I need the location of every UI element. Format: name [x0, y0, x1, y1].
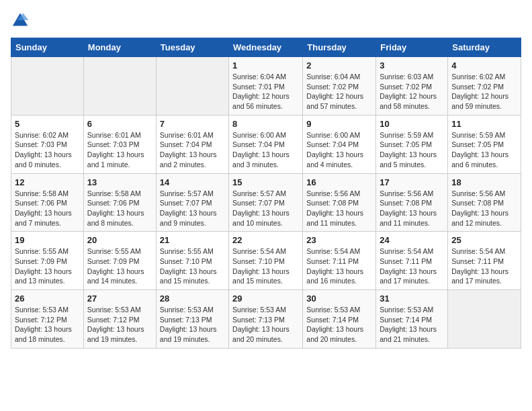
day-info: Sunrise: 6:02 AMSunset: 7:02 PMDaylight:…: [451, 72, 517, 111]
day-number: 31: [380, 293, 444, 304]
day-number: 16: [306, 177, 372, 187]
calendar-cell: 11Sunrise: 5:59 AMSunset: 7:05 PMDayligh…: [448, 115, 521, 173]
day-number: 27: [87, 293, 152, 304]
col-header-saturday: Saturday: [448, 38, 521, 57]
day-info: Sunrise: 5:58 AMSunset: 7:06 PMDaylight:…: [15, 189, 80, 228]
day-number: 10: [380, 119, 444, 129]
day-info: Sunrise: 5:58 AMSunset: 7:06 PMDaylight:…: [87, 189, 152, 228]
day-number: 7: [160, 119, 225, 129]
calendar-header-row: SundayMondayTuesdayWednesdayThursdayFrid…: [11, 38, 521, 57]
day-number: 4: [451, 60, 517, 71]
day-number: 29: [232, 293, 299, 304]
day-info: Sunrise: 5:55 AMSunset: 7:10 PMDaylight:…: [160, 246, 225, 286]
col-header-sunday: Sunday: [11, 38, 84, 57]
calendar-cell: [11, 57, 84, 116]
day-number: 28: [160, 293, 225, 304]
day-info: Sunrise: 5:57 AMSunset: 7:07 PMDaylight:…: [160, 189, 225, 228]
calendar-cell: 17Sunrise: 5:56 AMSunset: 7:08 PMDayligh…: [376, 173, 448, 232]
day-info: Sunrise: 6:00 AMSunset: 7:04 PMDaylight:…: [232, 130, 299, 170]
day-info: Sunrise: 5:53 AMSunset: 7:14 PMDaylight:…: [306, 305, 372, 345]
logo-icon: [11, 11, 30, 30]
calendar-cell: 14Sunrise: 5:57 AMSunset: 7:07 PMDayligh…: [156, 173, 228, 232]
day-number: 21: [160, 235, 225, 245]
day-info: Sunrise: 5:54 AMSunset: 7:11 PMDaylight:…: [380, 246, 444, 286]
logo: [11, 11, 32, 30]
calendar-cell: 22Sunrise: 5:54 AMSunset: 7:10 PMDayligh…: [229, 232, 303, 290]
day-info: Sunrise: 6:04 AMSunset: 7:02 PMDaylight:…: [306, 72, 372, 111]
day-info: Sunrise: 5:54 AMSunset: 7:10 PMDaylight:…: [232, 246, 299, 286]
day-info: Sunrise: 6:01 AMSunset: 7:04 PMDaylight:…: [160, 130, 225, 170]
day-number: 9: [306, 119, 372, 129]
calendar-cell: 15Sunrise: 5:57 AMSunset: 7:07 PMDayligh…: [229, 173, 303, 232]
calendar-cell: 5Sunrise: 6:02 AMSunset: 7:03 PMDaylight…: [11, 115, 84, 173]
day-number: 8: [232, 119, 299, 129]
calendar-cell: 27Sunrise: 5:53 AMSunset: 7:12 PMDayligh…: [83, 290, 156, 349]
day-info: Sunrise: 5:59 AMSunset: 7:05 PMDaylight:…: [451, 130, 517, 170]
day-number: 24: [380, 235, 444, 245]
day-number: 12: [15, 177, 80, 187]
calendar-cell: 20Sunrise: 5:55 AMSunset: 7:09 PMDayligh…: [83, 232, 156, 290]
day-info: Sunrise: 5:56 AMSunset: 7:08 PMDaylight:…: [306, 189, 372, 228]
col-header-thursday: Thursday: [303, 38, 376, 57]
calendar-week-row: 12Sunrise: 5:58 AMSunset: 7:06 PMDayligh…: [11, 173, 521, 232]
col-header-friday: Friday: [376, 38, 448, 57]
calendar-cell: 8Sunrise: 6:00 AMSunset: 7:04 PMDaylight…: [229, 115, 303, 173]
day-number: 30: [306, 293, 372, 304]
calendar-cell: 30Sunrise: 5:53 AMSunset: 7:14 PMDayligh…: [303, 290, 376, 349]
day-number: 5: [15, 119, 80, 129]
day-info: Sunrise: 5:57 AMSunset: 7:07 PMDaylight:…: [232, 189, 299, 228]
day-info: Sunrise: 5:53 AMSunset: 7:14 PMDaylight:…: [380, 305, 444, 345]
day-info: Sunrise: 6:01 AMSunset: 7:03 PMDaylight:…: [87, 130, 152, 170]
day-number: 14: [160, 177, 225, 187]
day-number: 2: [306, 60, 372, 71]
calendar-week-row: 26Sunrise: 5:53 AMSunset: 7:12 PMDayligh…: [11, 290, 521, 349]
col-header-tuesday: Tuesday: [156, 38, 228, 57]
day-info: Sunrise: 5:54 AMSunset: 7:11 PMDaylight:…: [306, 246, 372, 286]
day-number: 17: [380, 177, 444, 187]
calendar-cell: 23Sunrise: 5:54 AMSunset: 7:11 PMDayligh…: [303, 232, 376, 290]
calendar-week-row: 19Sunrise: 5:55 AMSunset: 7:09 PMDayligh…: [11, 232, 521, 290]
day-number: 22: [232, 235, 299, 245]
calendar-cell: 24Sunrise: 5:54 AMSunset: 7:11 PMDayligh…: [376, 232, 448, 290]
day-number: 19: [15, 235, 80, 245]
day-info: Sunrise: 5:55 AMSunset: 7:09 PMDaylight:…: [87, 246, 152, 286]
day-info: Sunrise: 5:53 AMSunset: 7:13 PMDaylight:…: [232, 305, 299, 345]
calendar-cell: 6Sunrise: 6:01 AMSunset: 7:03 PMDaylight…: [83, 115, 156, 173]
col-header-wednesday: Wednesday: [229, 38, 303, 57]
day-number: 15: [232, 177, 299, 187]
day-number: 3: [380, 60, 444, 71]
day-number: 13: [87, 177, 152, 187]
calendar-cell: 25Sunrise: 5:54 AMSunset: 7:11 PMDayligh…: [448, 232, 521, 290]
calendar-cell: [156, 57, 228, 116]
day-number: 23: [306, 235, 372, 245]
day-info: Sunrise: 6:02 AMSunset: 7:03 PMDaylight:…: [15, 130, 80, 170]
calendar-cell: [448, 290, 521, 349]
day-info: Sunrise: 5:59 AMSunset: 7:05 PMDaylight:…: [380, 130, 444, 170]
calendar-cell: 9Sunrise: 6:00 AMSunset: 7:04 PMDaylight…: [303, 115, 376, 173]
calendar-cell: 26Sunrise: 5:53 AMSunset: 7:12 PMDayligh…: [11, 290, 84, 349]
calendar-cell: 12Sunrise: 5:58 AMSunset: 7:06 PMDayligh…: [11, 173, 84, 232]
day-info: Sunrise: 5:53 AMSunset: 7:12 PMDaylight:…: [87, 305, 152, 345]
day-number: 1: [232, 60, 299, 71]
day-info: Sunrise: 5:54 AMSunset: 7:11 PMDaylight:…: [451, 246, 517, 286]
day-number: 18: [451, 177, 517, 187]
calendar-cell: 7Sunrise: 6:01 AMSunset: 7:04 PMDaylight…: [156, 115, 228, 173]
calendar-cell: 3Sunrise: 6:03 AMSunset: 7:02 PMDaylight…: [376, 57, 448, 116]
calendar-cell: 21Sunrise: 5:55 AMSunset: 7:10 PMDayligh…: [156, 232, 228, 290]
day-info: Sunrise: 5:56 AMSunset: 7:08 PMDaylight:…: [451, 189, 517, 228]
calendar-cell: 13Sunrise: 5:58 AMSunset: 7:06 PMDayligh…: [83, 173, 156, 232]
calendar-cell: 10Sunrise: 5:59 AMSunset: 7:05 PMDayligh…: [376, 115, 448, 173]
day-number: 20: [87, 235, 152, 245]
day-number: 26: [15, 293, 80, 304]
day-info: Sunrise: 5:53 AMSunset: 7:13 PMDaylight:…: [160, 305, 225, 345]
calendar-cell: 16Sunrise: 5:56 AMSunset: 7:08 PMDayligh…: [303, 173, 376, 232]
calendar-cell: 28Sunrise: 5:53 AMSunset: 7:13 PMDayligh…: [156, 290, 228, 349]
page-header: [11, 11, 521, 30]
day-info: Sunrise: 6:00 AMSunset: 7:04 PMDaylight:…: [306, 130, 372, 170]
day-info: Sunrise: 5:56 AMSunset: 7:08 PMDaylight:…: [380, 189, 444, 228]
calendar-cell: 4Sunrise: 6:02 AMSunset: 7:02 PMDaylight…: [448, 57, 521, 116]
day-info: Sunrise: 5:53 AMSunset: 7:12 PMDaylight:…: [15, 305, 80, 345]
day-number: 25: [451, 235, 517, 245]
calendar-cell: 2Sunrise: 6:04 AMSunset: 7:02 PMDaylight…: [303, 57, 376, 116]
col-header-monday: Monday: [83, 38, 156, 57]
